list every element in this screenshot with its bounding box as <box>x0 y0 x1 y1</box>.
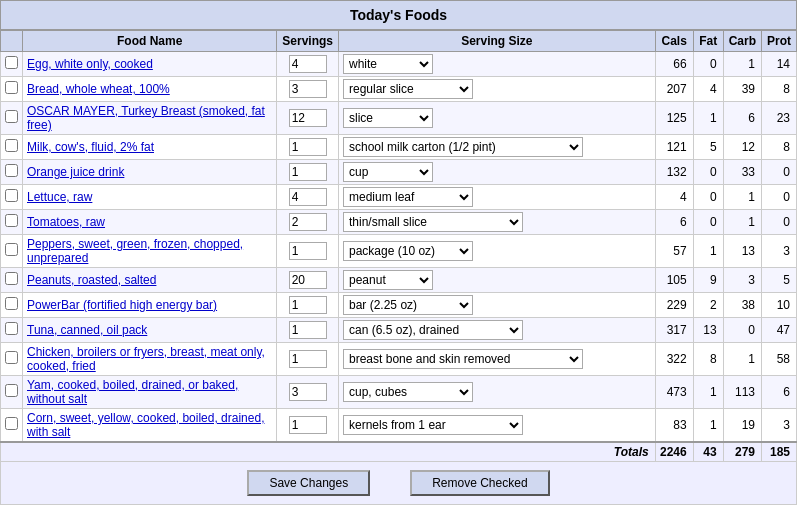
servings-input[interactable] <box>289 109 327 127</box>
servings-input[interactable] <box>289 55 327 73</box>
row-checkbox[interactable] <box>5 322 18 335</box>
row-carb: 39 <box>723 77 761 102</box>
serving-size-select[interactable]: breast bone and skin removedozcup <box>343 349 583 369</box>
row-checkbox[interactable] <box>5 56 18 69</box>
row-checkbox[interactable] <box>5 214 18 227</box>
row-fat: 4 <box>693 77 723 102</box>
row-carb: 13 <box>723 235 761 268</box>
row-checkbox[interactable] <box>5 417 18 430</box>
fat-header: Fat <box>693 31 723 52</box>
row-cals: 83 <box>655 409 693 443</box>
row-checkbox[interactable] <box>5 384 18 397</box>
serving-size-header: Serving Size <box>339 31 656 52</box>
row-checkbox[interactable] <box>5 139 18 152</box>
servings-input[interactable] <box>289 213 327 231</box>
row-prot: 8 <box>762 77 797 102</box>
food-name-link[interactable]: PowerBar (fortified high energy bar) <box>27 298 217 312</box>
servings-input[interactable] <box>289 321 327 339</box>
serving-size-select[interactable]: peanutcupoz <box>343 270 433 290</box>
row-checkbox[interactable] <box>5 272 18 285</box>
row-carb: 1 <box>723 210 761 235</box>
totals-label: Totals <box>1 442 656 462</box>
checkbox-col-header <box>1 31 23 52</box>
table-row: Peppers, sweet, green, frozen, chopped, … <box>1 235 797 268</box>
servings-input[interactable] <box>289 80 327 98</box>
row-carb: 38 <box>723 293 761 318</box>
servings-input[interactable] <box>289 350 327 368</box>
servings-input[interactable] <box>289 296 327 314</box>
servings-input[interactable] <box>289 416 327 434</box>
totals-cals: 2246 <box>655 442 693 462</box>
row-carb: 6 <box>723 102 761 135</box>
row-carb: 3 <box>723 268 761 293</box>
row-checkbox[interactable] <box>5 351 18 364</box>
row-prot: 3 <box>762 409 797 443</box>
row-prot: 47 <box>762 318 797 343</box>
food-name-link[interactable]: Tuna, canned, oil pack <box>27 323 147 337</box>
row-carb: 113 <box>723 376 761 409</box>
food-name-link[interactable]: Tomatoes, raw <box>27 215 105 229</box>
serving-size-select[interactable]: slice <box>343 108 433 128</box>
food-name-link[interactable]: Chicken, broilers or fryers, breast, mea… <box>27 345 265 373</box>
row-cals: 66 <box>655 52 693 77</box>
prot-header: Prot <box>762 31 797 52</box>
serving-size-select[interactable]: package (10 oz)cuptbsp <box>343 241 473 261</box>
servings-input[interactable] <box>289 188 327 206</box>
row-cals: 4 <box>655 185 693 210</box>
serving-size-select[interactable]: whitelargemediumsmall <box>343 54 433 74</box>
servings-header: Servings <box>277 31 339 52</box>
row-cals: 132 <box>655 160 693 185</box>
row-fat: 0 <box>693 160 723 185</box>
row-cals: 121 <box>655 135 693 160</box>
row-fat: 1 <box>693 235 723 268</box>
serving-size-select[interactable]: school milk carton (1/2 pint)cupfl oz <box>343 137 583 157</box>
food-name-link[interactable]: OSCAR MAYER, Turkey Breast (smoked, fat … <box>27 104 265 132</box>
food-name-link[interactable]: Egg, white only, cooked <box>27 57 153 71</box>
row-prot: 23 <box>762 102 797 135</box>
food-name-link[interactable]: Peppers, sweet, green, frozen, chopped, … <box>27 237 243 265</box>
serving-size-select[interactable]: regular slicethin slicethick slice <box>343 79 473 99</box>
servings-input[interactable] <box>289 383 327 401</box>
row-checkbox[interactable] <box>5 81 18 94</box>
row-checkbox[interactable] <box>5 110 18 123</box>
servings-input[interactable] <box>289 242 327 260</box>
food-name-link[interactable]: Peanuts, roasted, salted <box>27 273 156 287</box>
row-carb: 1 <box>723 52 761 77</box>
row-prot: 58 <box>762 343 797 376</box>
servings-input[interactable] <box>289 271 327 289</box>
row-checkbox[interactable] <box>5 164 18 177</box>
row-prot: 5 <box>762 268 797 293</box>
row-prot: 10 <box>762 293 797 318</box>
row-carb: 12 <box>723 135 761 160</box>
servings-input[interactable] <box>289 138 327 156</box>
row-carb: 19 <box>723 409 761 443</box>
food-name-link[interactable]: Yam, cooked, boiled, drained, or baked, … <box>27 378 238 406</box>
serving-size-select[interactable]: cupfl oz <box>343 162 433 182</box>
footer: Save Changes Remove Checked <box>0 462 797 505</box>
row-checkbox[interactable] <box>5 297 18 310</box>
serving-size-select[interactable]: thin/small slicemedium slicethick slice <box>343 212 523 232</box>
food-name-link[interactable]: Orange juice drink <box>27 165 124 179</box>
row-checkbox[interactable] <box>5 189 18 202</box>
table-row: OSCAR MAYER, Turkey Breast (smoked, fat … <box>1 102 797 135</box>
row-cals: 105 <box>655 268 693 293</box>
remove-button[interactable]: Remove Checked <box>410 470 549 496</box>
food-name-link[interactable]: Corn, sweet, yellow, cooked, boiled, dra… <box>27 411 264 439</box>
serving-size-select[interactable]: bar (2.25 oz)oz <box>343 295 473 315</box>
row-fat: 1 <box>693 409 723 443</box>
serving-size-select[interactable]: kernels from 1 earcupear <box>343 415 523 435</box>
row-cals: 317 <box>655 318 693 343</box>
servings-input[interactable] <box>289 163 327 181</box>
totals-prot: 185 <box>762 442 797 462</box>
row-checkbox[interactable] <box>5 243 18 256</box>
row-fat: 0 <box>693 185 723 210</box>
food-name-link[interactable]: Bread, whole wheat, 100% <box>27 82 170 96</box>
serving-size-select[interactable]: can (6.5 oz), drainedoz <box>343 320 523 340</box>
table-row: Chicken, broilers or fryers, breast, mea… <box>1 343 797 376</box>
food-name-link[interactable]: Lettuce, raw <box>27 190 92 204</box>
save-button[interactable]: Save Changes <box>247 470 370 496</box>
serving-size-select[interactable]: cup, cubescup, mashed <box>343 382 473 402</box>
serving-size-select[interactable]: medium leaflarge leafsmall leaf <box>343 187 473 207</box>
table-row: Corn, sweet, yellow, cooked, boiled, dra… <box>1 409 797 443</box>
food-name-link[interactable]: Milk, cow's, fluid, 2% fat <box>27 140 154 154</box>
